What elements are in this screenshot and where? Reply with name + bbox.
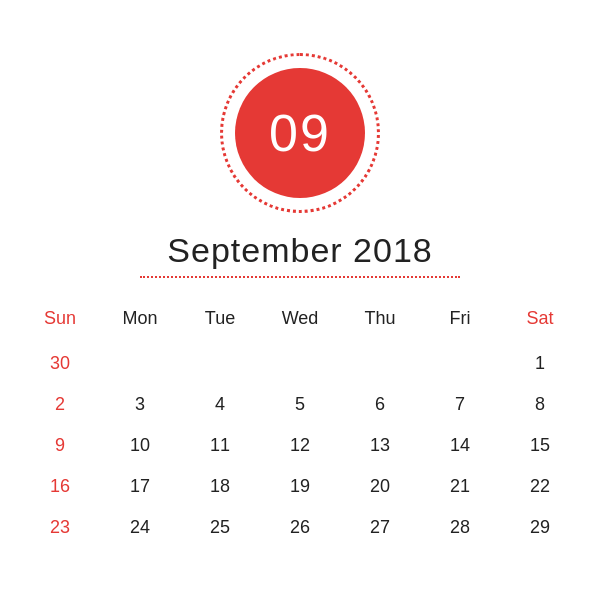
calendar-day-cell: 2: [20, 384, 100, 425]
calendar-day-cell: 12: [260, 425, 340, 466]
calendar-day-cell: 28: [420, 507, 500, 548]
calendar-day-cell: 21: [420, 466, 500, 507]
calendar-day-cell: 6: [340, 384, 420, 425]
calendar-day-cell: 19: [260, 466, 340, 507]
calendar-day-cell: 5: [260, 384, 340, 425]
calendar-day-cell: 11: [180, 425, 260, 466]
month-year-title: September 2018: [167, 231, 432, 270]
calendar-day-cell: [260, 343, 340, 384]
calendar-day-cell: 4: [180, 384, 260, 425]
calendar-day-cell: [340, 343, 420, 384]
day-header-tue: Tue: [180, 300, 260, 343]
day-header-fri: Fri: [420, 300, 500, 343]
day-header-wed: Wed: [260, 300, 340, 343]
calendar-week-row: 9101112131415: [20, 425, 580, 466]
calendar-day-cell: 29: [500, 507, 580, 548]
calendar-day-cell: 20: [340, 466, 420, 507]
calendar-day-cell: 8: [500, 384, 580, 425]
calendar-day-cell: 24: [100, 507, 180, 548]
calendar-week-row: 16171819202122: [20, 466, 580, 507]
calendar-container: 09 September 2018 SunMonTueWedThuFriSat …: [20, 53, 580, 548]
calendar-day-cell: [100, 343, 180, 384]
calendar-day-cell: 25: [180, 507, 260, 548]
calendar-day-cell: 26: [260, 507, 340, 548]
calendar-day-cell: 16: [20, 466, 100, 507]
calendar-day-cell: 13: [340, 425, 420, 466]
day-header-thu: Thu: [340, 300, 420, 343]
dotted-ring: [220, 53, 380, 213]
calendar-day-cell: 27: [340, 507, 420, 548]
calendar-day-cell: 30: [20, 343, 100, 384]
day-header-sat: Sat: [500, 300, 580, 343]
title-underline: [140, 276, 460, 278]
calendar-day-cell: 1: [500, 343, 580, 384]
calendar-day-cell: 17: [100, 466, 180, 507]
calendar-day-cell: [420, 343, 500, 384]
calendar-week-row: 23242526272829: [20, 507, 580, 548]
calendar-day-cell: 22: [500, 466, 580, 507]
calendar-day-cell: 10: [100, 425, 180, 466]
calendar-day-cell: 14: [420, 425, 500, 466]
calendar-week-row: 301: [20, 343, 580, 384]
calendar-day-cell: 9: [20, 425, 100, 466]
calendar-week-row: 2345678: [20, 384, 580, 425]
calendar-day-cell: 3: [100, 384, 180, 425]
day-header-mon: Mon: [100, 300, 180, 343]
calendar-day-cell: 7: [420, 384, 500, 425]
day-header-sun: Sun: [20, 300, 100, 343]
calendar-grid: SunMonTueWedThuFriSat 301234567891011121…: [20, 300, 580, 548]
calendar-day-cell: 15: [500, 425, 580, 466]
calendar-day-cell: 18: [180, 466, 260, 507]
month-circle-wrapper: 09: [220, 53, 380, 213]
calendar-day-cell: 23: [20, 507, 100, 548]
calendar-day-cell: [180, 343, 260, 384]
